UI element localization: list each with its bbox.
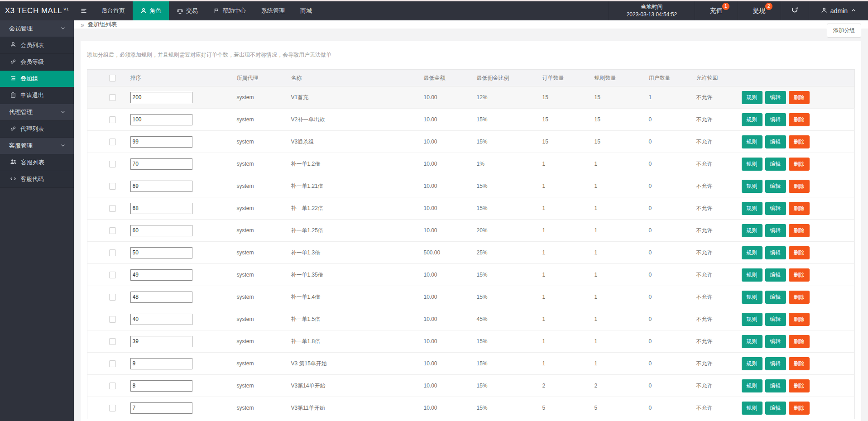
refresh-button[interactable]: [781, 1, 809, 20]
rule-button[interactable]: 规则: [742, 91, 762, 104]
delete-button[interactable]: 删除: [789, 357, 810, 370]
nav-item-1[interactable]: 角色: [133, 1, 169, 20]
nav-item-0[interactable]: 后台首页: [94, 1, 133, 20]
sidebar-item-1[interactable]: 会员列表: [0, 37, 74, 54]
sort-input[interactable]: [130, 402, 192, 414]
delete-button[interactable]: 删除: [789, 402, 810, 415]
delete-button[interactable]: 删除: [789, 202, 810, 215]
sidebar-group-5[interactable]: 代理管理: [0, 104, 74, 121]
delete-button[interactable]: 删除: [789, 180, 810, 193]
sidebar-group-7[interactable]: 客服管理: [0, 138, 74, 154]
delete-button[interactable]: 删除: [789, 291, 810, 304]
sort-input[interactable]: [130, 136, 192, 148]
row-checkbox[interactable]: [109, 227, 116, 234]
row-checkbox[interactable]: [109, 205, 116, 212]
rule-button[interactable]: 规则: [742, 335, 762, 348]
row-checkbox[interactable]: [109, 272, 116, 278]
row-checkbox[interactable]: [109, 183, 116, 190]
edit-button[interactable]: 编辑: [765, 180, 786, 193]
cell-commission: 15%: [477, 264, 542, 286]
delete-button[interactable]: 删除: [789, 246, 810, 259]
edit-button[interactable]: 编辑: [765, 335, 786, 348]
edit-button[interactable]: 编辑: [765, 402, 786, 415]
sort-input[interactable]: [130, 247, 192, 258]
rule-button[interactable]: 规则: [742, 268, 762, 282]
rule-button[interactable]: 规则: [742, 135, 762, 148]
row-checkbox[interactable]: [109, 316, 116, 323]
select-all-checkbox[interactable]: [109, 75, 116, 81]
edit-button[interactable]: 编辑: [765, 357, 786, 370]
delete-button[interactable]: 删除: [789, 379, 810, 392]
delete-button[interactable]: 删除: [789, 91, 810, 104]
delete-button[interactable]: 删除: [789, 113, 810, 126]
rule-button[interactable]: 规则: [742, 379, 762, 392]
sort-input[interactable]: [130, 181, 192, 192]
edit-button[interactable]: 编辑: [765, 246, 786, 259]
sort-input[interactable]: [130, 203, 192, 214]
row-checkbox[interactable]: [109, 116, 116, 123]
row-checkbox[interactable]: [109, 405, 116, 411]
delete-button[interactable]: 删除: [789, 158, 810, 171]
rule-button[interactable]: 规则: [742, 113, 762, 126]
rule-button[interactable]: 规则: [742, 202, 762, 215]
sort-input[interactable]: [130, 158, 192, 170]
delete-button[interactable]: 删除: [789, 224, 810, 237]
sort-input[interactable]: [130, 314, 192, 325]
delete-button[interactable]: 删除: [789, 135, 810, 148]
sidebar-item-4[interactable]: 申请退出: [0, 87, 74, 104]
sort-input[interactable]: [130, 292, 192, 303]
edit-button[interactable]: 编辑: [765, 202, 786, 215]
rule-button[interactable]: 规则: [742, 246, 762, 259]
edit-button[interactable]: 编辑: [765, 158, 786, 171]
edit-button[interactable]: 编辑: [765, 379, 786, 392]
sidebar-item-8[interactable]: 客服列表: [0, 154, 74, 171]
sidebar-item-9[interactable]: 客服代码: [0, 171, 74, 188]
edit-button[interactable]: 编辑: [765, 91, 786, 104]
edit-button[interactable]: 编辑: [765, 224, 786, 237]
withdraw-button[interactable]: 提现 2: [738, 1, 781, 20]
edit-button[interactable]: 编辑: [765, 268, 786, 282]
row-checkbox[interactable]: [109, 139, 116, 145]
row-checkbox[interactable]: [109, 383, 116, 389]
rule-button[interactable]: 规则: [742, 224, 762, 237]
sidebar-item-3[interactable]: 叠加组: [0, 71, 74, 87]
rule-button[interactable]: 规则: [742, 158, 762, 171]
row-checkbox[interactable]: [109, 94, 116, 101]
row-checkbox[interactable]: [109, 360, 116, 367]
rule-button[interactable]: 规则: [742, 291, 762, 304]
sort-input[interactable]: [130, 358, 192, 369]
sidebar-group-0[interactable]: 会员管理: [0, 20, 74, 37]
user-menu[interactable]: admin: [809, 1, 868, 20]
sidebar-item-6[interactable]: 代理列表: [0, 121, 74, 138]
rule-button[interactable]: 规则: [742, 313, 762, 326]
nav-item-4[interactable]: 系统管理: [254, 1, 293, 20]
nav-item-2[interactable]: 交易: [169, 1, 206, 20]
sort-input[interactable]: [130, 114, 192, 125]
sort-input[interactable]: [130, 380, 192, 392]
edit-button[interactable]: 编辑: [765, 113, 786, 126]
sort-input[interactable]: [130, 92, 192, 103]
row-checkbox[interactable]: [109, 249, 116, 256]
row-checkbox[interactable]: [109, 338, 116, 345]
nav-item-3[interactable]: 帮助中心: [206, 1, 254, 20]
delete-button[interactable]: 删除: [789, 313, 810, 326]
sidebar-item-2[interactable]: 会员等级: [0, 54, 74, 71]
nav-item-5[interactable]: 商城: [293, 1, 320, 20]
sidebar-toggle-button[interactable]: [74, 1, 94, 20]
edit-button[interactable]: 编辑: [765, 313, 786, 326]
sort-input[interactable]: [130, 225, 192, 236]
cell-name: V3第14单开始: [291, 375, 424, 397]
sort-input[interactable]: [130, 269, 192, 281]
edit-button[interactable]: 编辑: [765, 135, 786, 148]
rule-button[interactable]: 规则: [742, 180, 762, 193]
recharge-button[interactable]: 充值 1: [695, 1, 738, 20]
rule-button[interactable]: 规则: [742, 402, 762, 415]
edit-button[interactable]: 编辑: [765, 291, 786, 304]
row-checkbox[interactable]: [109, 161, 116, 167]
row-checkbox[interactable]: [109, 294, 116, 301]
sort-input[interactable]: [130, 336, 192, 347]
delete-button[interactable]: 删除: [789, 268, 810, 282]
delete-button[interactable]: 删除: [789, 335, 810, 348]
add-group-button[interactable]: 添加分组: [827, 24, 861, 38]
rule-button[interactable]: 规则: [742, 357, 762, 370]
